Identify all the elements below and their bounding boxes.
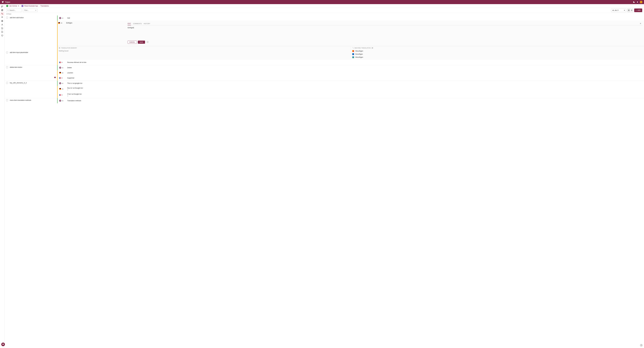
keys-count: 13 Keys bbox=[4, 13, 644, 16]
sidebar-members-icon[interactable] bbox=[0, 23, 4, 26]
sidebar-translations-icon[interactable] bbox=[0, 12, 4, 16]
svg-rect-5 bbox=[2, 10, 2, 10]
status-indicator bbox=[57, 65, 58, 70]
status-indicator bbox=[57, 16, 58, 21]
key-cell[interactable]: add-item-input-placeholder bbox=[4, 50, 57, 55]
lang-code: de bbox=[61, 22, 64, 24]
language-icon[interactable] bbox=[636, 1, 638, 3]
svg-point-11 bbox=[2, 24, 2, 25]
mt-suggestion[interactable]: Hinzufügen bbox=[352, 56, 642, 59]
cancel-button[interactable]: CANCEL bbox=[128, 41, 137, 44]
key-name: menu-item-translation-methods bbox=[10, 99, 31, 101]
key-cell[interactable]: delete-item-button bbox=[4, 65, 57, 70]
sidebar-projects-icon[interactable] bbox=[0, 5, 4, 8]
svg-point-28 bbox=[55, 77, 55, 78]
plus-icon: + bbox=[636, 10, 637, 11]
translation-row[interactable]: fr Supprimer bbox=[57, 75, 644, 81]
translation-row[interactable]: fr C'est <a>Google</a> •• bbox=[57, 92, 644, 98]
flag-fr-icon bbox=[59, 62, 61, 63]
app-title: Tolgee bbox=[5, 1, 10, 3]
translation-row[interactable]: de Löschen bbox=[57, 70, 644, 75]
resolve-icon[interactable] bbox=[146, 41, 149, 44]
editor-value: Einfügen bbox=[128, 27, 134, 29]
key-cell[interactable]: add-item-add-button bbox=[4, 16, 57, 20]
checkbox[interactable] bbox=[6, 17, 8, 19]
translation-row[interactable]: en Delete bbox=[57, 65, 644, 70]
key-cell[interactable]: menu-item-translation-methods bbox=[4, 98, 57, 103]
svg-rect-17 bbox=[631, 10, 631, 10]
lang-code: en bbox=[62, 83, 66, 84]
sidebar-settings-icon[interactable] bbox=[0, 16, 4, 19]
sidebar-dashboard-icon[interactable] bbox=[0, 9, 4, 12]
key-cell[interactable]: key_with_elements_in_it bbox=[4, 81, 57, 85]
save-button[interactable]: SAVE bbox=[138, 41, 145, 44]
translation-sub: •• bbox=[67, 95, 82, 97]
translation-row[interactable]: en Add bbox=[57, 16, 644, 21]
svg-rect-15 bbox=[628, 10, 630, 10]
status-indicator bbox=[57, 86, 58, 92]
key-group: add-item-add-button en Add bbox=[4, 16, 644, 65]
close-icon[interactable] bbox=[639, 22, 642, 25]
svg-rect-22 bbox=[632, 10, 632, 10]
lang-code: de bbox=[62, 72, 66, 74]
svg-rect-24 bbox=[632, 11, 632, 11]
list-view-button[interactable] bbox=[628, 9, 630, 12]
key-group: key_with_elements_in_it en This is <a>go… bbox=[4, 81, 644, 98]
translation-editor[interactable]: Einfügen bbox=[127, 25, 642, 41]
memory-icon bbox=[59, 47, 60, 49]
translation-text: This is <a>google</a> bbox=[67, 82, 82, 84]
sidebar-languages-icon[interactable] bbox=[0, 19, 4, 23]
flag-en-icon bbox=[59, 82, 61, 84]
translation-row[interactable]: en This is <a>google</a> bbox=[57, 81, 644, 86]
logo-icon[interactable] bbox=[2, 1, 4, 4]
translation-row[interactable]: fr Nouveau élément de la liste bbox=[57, 60, 644, 65]
topbar: Tolgee bbox=[0, 0, 644, 4]
translation-text: Add bbox=[67, 17, 70, 19]
svg-rect-23 bbox=[631, 11, 631, 11]
sidebar bbox=[0, 4, 4, 348]
svg-rect-7 bbox=[2, 10, 2, 11]
sidebar-export-icon[interactable] bbox=[0, 30, 4, 34]
svg-point-26 bbox=[147, 41, 148, 43]
translation-text: Das ist <a>Google</a> bbox=[67, 87, 83, 89]
status-indicator bbox=[57, 98, 58, 103]
translation-row[interactable]: en Translation methods bbox=[57, 98, 644, 103]
lang-code: de bbox=[62, 88, 66, 90]
view-toggle bbox=[627, 8, 633, 12]
user-badge: JC bbox=[6, 5, 8, 7]
checkbox[interactable] bbox=[6, 99, 8, 101]
status-indicator bbox=[57, 81, 58, 86]
translation-text: Nouveau élément de la liste bbox=[67, 62, 86, 63]
svg-rect-2 bbox=[2, 6, 2, 7]
avatar[interactable] bbox=[640, 1, 642, 3]
chat-fab[interactable] bbox=[1, 342, 5, 346]
tab-edit[interactable]: EDIT bbox=[128, 22, 131, 25]
theme-toggle-icon[interactable] bbox=[633, 1, 635, 3]
checkbox[interactable] bbox=[6, 52, 8, 53]
grid-view-button[interactable] bbox=[630, 9, 633, 12]
tab-comments[interactable]: COMMENTS bbox=[133, 22, 142, 25]
status-indicator bbox=[57, 92, 58, 98]
breadcrumb-user[interactable]: Jan Cizmar bbox=[9, 5, 17, 7]
tab-history[interactable]: HISTORY bbox=[144, 22, 150, 25]
translation-text: Supprimer bbox=[67, 77, 74, 79]
svg-rect-4 bbox=[2, 7, 2, 7]
search-input[interactable] bbox=[6, 9, 22, 12]
chevron-down-icon[interactable]: ▾ bbox=[18, 5, 19, 7]
mt-icon bbox=[352, 47, 354, 49]
chevron-down-icon: ▾ bbox=[36, 10, 36, 11]
checkbox[interactable] bbox=[6, 66, 8, 68]
checkbox[interactable] bbox=[6, 82, 8, 84]
translation-row[interactable]: de Das ist <a>Google</a> •• bbox=[57, 86, 644, 92]
sidebar-integrations-icon[interactable] bbox=[0, 34, 4, 37]
camera-icon[interactable] bbox=[54, 77, 56, 79]
filter-label: Filter... bbox=[24, 10, 29, 11]
breadcrumb-app[interactable]: React Example App bbox=[24, 5, 38, 7]
sidebar-import-icon[interactable] bbox=[0, 27, 4, 30]
help-fab[interactable]: ? bbox=[640, 344, 643, 347]
search-field[interactable] bbox=[10, 10, 20, 11]
filter-dropdown[interactable]: Filter... ▾ bbox=[23, 9, 38, 12]
tm-header: TRANSLATION MEMORY bbox=[61, 47, 77, 49]
add-button[interactable]: + ADD bbox=[634, 9, 642, 12]
language-select[interactable]: en, de, fr ▾ bbox=[611, 9, 626, 12]
